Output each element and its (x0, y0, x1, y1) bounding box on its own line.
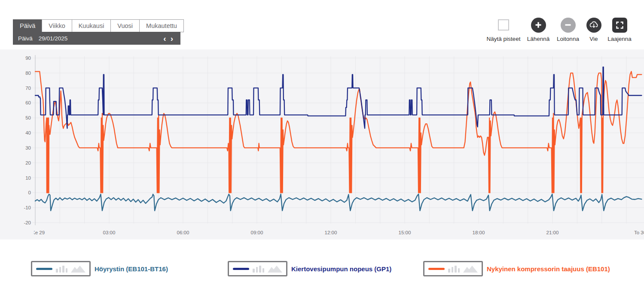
date-mode-label: Päivä (18, 35, 33, 42)
chart-canvas[interactable]: 9080706050403020100-10-20Ke 2903:0006:00… (0, 49, 644, 239)
svg-text:30: 30 (25, 145, 31, 150)
legend-bars-option[interactable] (448, 265, 460, 273)
legend-bars-option[interactable] (253, 265, 264, 273)
legend-area-option[interactable] (71, 265, 85, 273)
svg-text:12:00: 12:00 (325, 230, 337, 235)
show-points-checkbox[interactable] (498, 19, 509, 31)
svg-text:40: 40 (25, 130, 31, 135)
legend-item-pump-speed[interactable]: Kiertovesipumpun nopeus (GP1) (228, 261, 391, 276)
legend-label: Höyrystin (EB101-BT16) (95, 265, 168, 273)
legend-line-option[interactable] (233, 268, 249, 270)
legend-item-compressor-frequency[interactable]: Nykyinen kompressorin taajuus (EB101) (423, 261, 610, 276)
svg-text:To 30: To 30 (634, 230, 644, 235)
cloud-download-icon (589, 20, 599, 30)
show-points-label: Näytä pisteet (487, 36, 521, 42)
svg-text:03:00: 03:00 (103, 230, 116, 235)
legend-item-evaporator[interactable]: Höyrystin (EB101-BT16) (31, 261, 168, 276)
expand-button[interactable] (612, 18, 627, 33)
zoom-out-button[interactable] (561, 18, 576, 33)
tab-vuosi[interactable]: Vuosi (110, 19, 140, 32)
svg-text:21:00: 21:00 (546, 230, 559, 235)
time-range-tabs: Päivä Viikko Kuukausi Vuosi Mukautettu (13, 19, 184, 32)
legend-line-option[interactable] (428, 268, 445, 270)
tab-viikko[interactable]: Viikko (42, 19, 72, 32)
svg-text:18:00: 18:00 (473, 230, 485, 235)
svg-text:-10: -10 (24, 205, 31, 210)
tab-paiva[interactable]: Päivä (13, 19, 42, 32)
previous-day-button[interactable]: ‹ (161, 34, 168, 43)
tab-kuukausi[interactable]: Kuukausi (72, 19, 111, 32)
svg-text:10: 10 (25, 175, 31, 181)
zoom-in-control: Lähennä (524, 16, 553, 42)
legend-label: Kiertovesipumpun nopeus (GP1) (291, 265, 391, 273)
expand-label: Laajenna (607, 36, 632, 42)
export-control: Vie (581, 16, 607, 42)
svg-text:09:00: 09:00 (251, 230, 263, 235)
svg-text:90: 90 (25, 55, 31, 61)
svg-text:06:00: 06:00 (177, 230, 189, 235)
zoom-out-label: Loitonna (557, 36, 579, 42)
next-day-button[interactable]: › (168, 34, 175, 43)
date-navigation-bar: Päivä 29/01/2025 ‹ › (13, 32, 180, 45)
chart-type-selector (31, 261, 91, 276)
zoom-in-label: Lähennä (527, 36, 550, 42)
zoom-out-control: Loitonna (553, 16, 583, 42)
export-button[interactable] (586, 18, 601, 33)
legend-line-option[interactable] (36, 268, 52, 270)
svg-text:60: 60 (25, 100, 31, 105)
svg-text:80: 80 (25, 70, 31, 76)
show-points-control: Näytä pisteet (484, 16, 523, 42)
svg-text:0: 0 (28, 190, 31, 195)
zoom-in-button[interactable] (531, 18, 546, 33)
expand-control: Laajenna (604, 16, 635, 42)
svg-text:70: 70 (25, 86, 31, 91)
svg-text:20: 20 (25, 160, 31, 166)
legend-area-option[interactable] (268, 265, 282, 273)
date-value[interactable]: 29/01/2025 (39, 35, 68, 42)
legend-bars-option[interactable] (56, 265, 67, 273)
legend-label: Nykyinen kompressorin taajuus (EB101) (487, 265, 610, 273)
chart-panel: 9080706050403020100-10-20Ke 2903:0006:00… (0, 49, 644, 239)
svg-text:15:00: 15:00 (399, 230, 411, 235)
plus-icon (534, 21, 542, 29)
tab-mukautettu[interactable]: Mukautettu (139, 19, 184, 32)
svg-text:50: 50 (25, 115, 31, 120)
minus-icon (564, 21, 572, 29)
svg-text:-20: -20 (24, 220, 31, 225)
legend-area-option[interactable] (463, 265, 478, 273)
fullscreen-icon (615, 21, 624, 30)
chart-type-selector (423, 261, 483, 276)
app-root: { "toolbar": { "tabs": [ {"label": "Päiv… (0, 0, 644, 282)
chart-type-selector (228, 261, 287, 276)
export-label: Vie (589, 36, 598, 42)
